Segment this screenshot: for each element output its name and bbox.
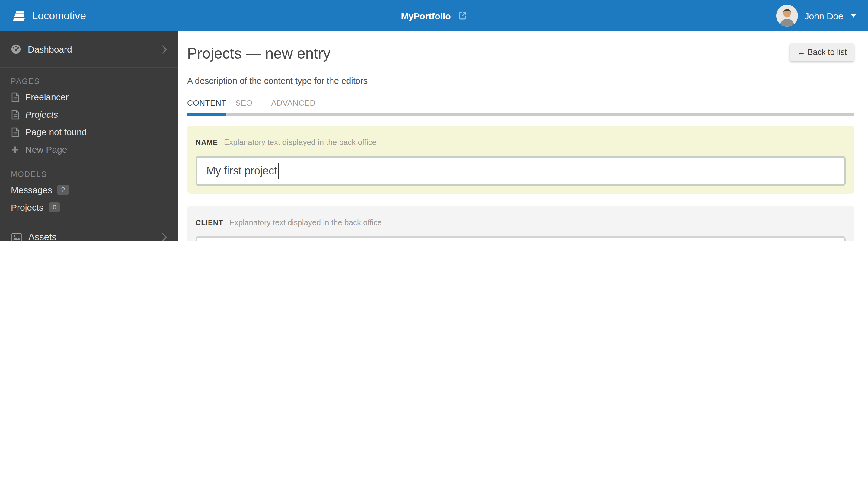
brand-name: Locomotive: [32, 9, 86, 22]
locomotive-logo-icon: [12, 10, 27, 22]
top-header: Locomotive MyPortfolio John Doe: [0, 0, 868, 31]
sidebar-item-page-not-found[interactable]: Page not found: [11, 123, 167, 141]
user-name: John Doe: [805, 10, 843, 21]
site-name: MyPortfolio: [401, 10, 451, 21]
locomotive-app: Locomotive MyPortfolio John Doe: [0, 0, 868, 241]
sidebar-section-models: MODELS Messages ? Projects 0: [0, 163, 178, 223]
main-content: Projects — new entry ← Back to list A de…: [178, 31, 868, 241]
sidebar-item-freelancer[interactable]: Freelancer: [11, 88, 167, 106]
page-icon: [11, 127, 19, 137]
projects-count-badge: 0: [49, 202, 60, 212]
image-icon: [11, 233, 22, 241]
caret-down-icon: [851, 14, 856, 17]
sidebar-item-dashboard[interactable]: Dashboard: [0, 31, 178, 68]
tab-seo[interactable]: SEO: [236, 98, 253, 116]
tab-advanced[interactable]: ADVANCED: [271, 98, 316, 116]
client-field-hint: Explanatory text displayed in the back o…: [229, 218, 381, 227]
page-item-label: Projects: [25, 109, 58, 120]
dashboard-gauge-icon: [11, 44, 21, 54]
new-page-label: New Page: [25, 144, 67, 154]
avatar: [776, 5, 798, 27]
assets-label: Assets: [28, 232, 56, 241]
page-item-label: Freelancer: [25, 92, 68, 102]
models-section-header: MODELS: [11, 168, 167, 181]
pages-section-header: PAGES: [11, 75, 167, 88]
sidebar-item-assets[interactable]: Assets: [0, 223, 178, 241]
external-link-icon: [458, 11, 467, 21]
tab-content[interactable]: CONTENT: [187, 98, 226, 116]
avatar-image: [776, 5, 798, 27]
site-preview-link[interactable]: MyPortfolio: [401, 10, 467, 21]
chevron-right-icon: [162, 232, 167, 241]
page-icon: [11, 110, 19, 119]
field-panel-name: NAME Explanatory text displayed in the b…: [187, 125, 854, 194]
sidebar-item-projects-page[interactable]: Projects: [11, 106, 167, 123]
back-to-list-button[interactable]: ← Back to list: [790, 43, 854, 61]
field-panel-client: CLIENT Explanatory text displayed in the…: [187, 206, 854, 241]
chevron-right-icon: [162, 44, 167, 54]
sidebar-section-pages: PAGES Freelancer Projects: [0, 68, 178, 163]
sidebar: Dashboard PAGES Freelancer Proj: [0, 31, 178, 241]
page-title: Projects — new entry: [187, 44, 854, 62]
user-menu[interactable]: John Doe: [776, 5, 856, 27]
locomotive-logo-icon: [12, 10, 27, 22]
name-field-hint: Explanatory text displayed in the back o…: [224, 138, 376, 147]
brand-link[interactable]: Locomotive: [12, 9, 86, 22]
name-input-value: My first project: [207, 164, 277, 177]
text-cursor: [278, 163, 279, 179]
model-item-label: Messages: [11, 185, 52, 195]
messages-count-badge: ?: [58, 185, 68, 195]
client-field-label: CLIENT: [195, 218, 223, 227]
sidebar-item-messages-model[interactable]: Messages ?: [11, 181, 167, 199]
name-field-label: NAME: [195, 138, 218, 147]
page-item-label: Page not found: [25, 127, 87, 137]
model-item-label: Projects: [11, 202, 43, 212]
sidebar-item-new-page[interactable]: New Page: [11, 141, 167, 158]
sidebar-item-projects-model[interactable]: Projects 0: [11, 199, 167, 216]
name-input[interactable]: My first project: [195, 156, 846, 186]
content-type-description: A description of the content type for th…: [187, 76, 854, 86]
client-input[interactable]: E-corp: [195, 236, 846, 241]
sidebar-item-label: Dashboard: [28, 44, 72, 54]
plus-icon: [11, 146, 19, 153]
form-tabs: CONTENT SEO ADVANCED: [187, 98, 854, 116]
page-icon: [11, 92, 19, 102]
